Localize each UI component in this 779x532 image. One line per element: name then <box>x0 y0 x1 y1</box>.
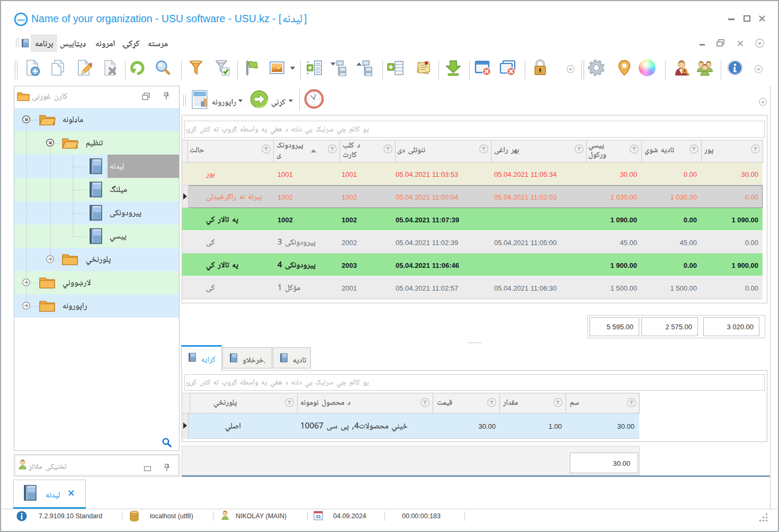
svg-text:usu: usu <box>17 17 24 22</box>
svg-text:31: 31 <box>316 514 321 519</box>
